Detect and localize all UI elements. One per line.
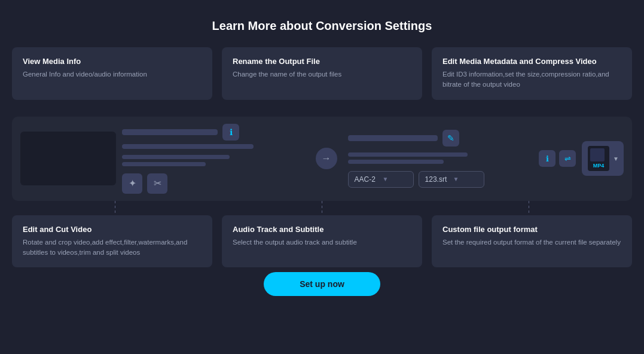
- top-connector-row: [12, 100, 632, 117]
- meta-icons-section: ℹ ⇌: [539, 150, 576, 167]
- card-rename-output-desc: Change the name of the output files: [233, 69, 411, 80]
- bottom-dashed-vert-1: [115, 201, 115, 215]
- card-view-media-info-title: View Media Info: [23, 57, 202, 66]
- bottom-cards-row: Edit and Cut Video Rotate and crop video…: [12, 215, 632, 268]
- star-icon: ✦: [129, 178, 136, 189]
- edit-icon: ✎: [447, 133, 454, 143]
- format-badge[interactable]: MP4 ▼: [582, 141, 624, 176]
- dropdown-row: AAC-2 ▼ 123.srt ▼: [348, 171, 531, 188]
- subtitle-dropdown-value: 123.srt: [425, 175, 450, 184]
- arrow-icon-symbol: →: [322, 153, 331, 164]
- card-audio-track-subtitle-desc: Select the output audio track and subtit…: [233, 237, 411, 248]
- filename-bar: [122, 129, 218, 135]
- meta-icons-row: ℹ ⇌: [539, 150, 576, 167]
- card-view-media-info: View Media Info General Info and video/a…: [12, 47, 212, 100]
- output-info-bar-1: [348, 152, 468, 157]
- bottom-conn-col-1: [12, 201, 219, 215]
- svg-rect-1: [590, 148, 605, 161]
- svg-text:MP4: MP4: [593, 163, 605, 169]
- filename-row: ℹ: [122, 124, 305, 141]
- bottom-dashed-vert-3: [529, 201, 529, 215]
- bottom-conn-col-3: [425, 201, 632, 215]
- card-custom-output-format: Custom file output format Set the requir…: [432, 215, 632, 268]
- audio-dropdown-value: AAC-2: [355, 175, 379, 184]
- format-dropdown-arrow: ▼: [613, 155, 619, 162]
- card-custom-output-format-title: Custom file output format: [442, 225, 621, 234]
- detail-bar-2: [122, 162, 206, 166]
- main-layout: View Media Info General Info and video/a…: [0, 47, 644, 296]
- file-info-section: ℹ ✦ ✂: [122, 124, 305, 194]
- output-info-rows: [348, 152, 531, 164]
- ui-strip: ℹ ✦ ✂ →: [12, 117, 632, 201]
- action-icons: ✦ ✂: [122, 173, 305, 194]
- top-cards-row: View Media Info General Info and video/a…: [12, 47, 632, 100]
- edit-filename-button[interactable]: ✎: [442, 130, 459, 147]
- bottom-dashed-vert-2: [322, 201, 322, 215]
- card-edit-metadata-desc: Edit ID3 information,set the size,compre…: [442, 69, 621, 90]
- output-filename-row: ✎: [348, 130, 531, 147]
- detail-bars: [122, 155, 305, 166]
- subtitle-dropdown-arrow: ▼: [453, 176, 478, 182]
- card-audio-track-subtitle: Audio Track and Subtitle Select the outp…: [222, 215, 422, 268]
- output-section: ✎ AAC-2 ▼ 123.srt ▼: [348, 130, 531, 188]
- bottom-connector-row: [12, 201, 632, 215]
- star-edit-button[interactable]: ✦: [122, 173, 142, 194]
- card-rename-output-title: Rename the Output File: [233, 57, 411, 66]
- detail-bar-1: [122, 155, 230, 159]
- card-audio-track-subtitle-title: Audio Track and Subtitle: [233, 225, 411, 234]
- page-title: Learn More about Conversion Settings: [212, 19, 432, 33]
- format-icon-wrapper: MP4: [587, 145, 611, 172]
- card-view-media-info-desc: General Info and video/audio information: [23, 69, 202, 80]
- info-bar: [122, 144, 254, 149]
- compress-settings-button[interactable]: ⇌: [559, 150, 576, 167]
- card-edit-metadata-title: Edit Media Metadata and Compress Video: [442, 57, 621, 66]
- convert-arrow: →: [316, 148, 337, 169]
- scissors-icon: ✂: [154, 178, 161, 189]
- card-edit-cut-video-title: Edit and Cut Video: [23, 225, 202, 234]
- card-custom-output-format-desc: Set the required output format of the cu…: [442, 237, 621, 248]
- card-edit-cut-video: Edit and Cut Video Rotate and crop video…: [12, 215, 212, 268]
- subtitle-dropdown[interactable]: 123.srt ▼: [419, 171, 484, 188]
- circle-info-icon: ℹ: [546, 154, 549, 163]
- audio-dropdown[interactable]: AAC-2 ▼: [348, 171, 414, 188]
- audio-dropdown-arrow: ▼: [383, 176, 407, 182]
- bottom-conn-col-2: [219, 201, 426, 215]
- setup-button[interactable]: Set up now: [264, 272, 380, 296]
- arrow-section: →: [311, 148, 342, 169]
- media-info-button[interactable]: ℹ: [539, 150, 556, 167]
- video-thumbnail: [20, 132, 116, 185]
- info-icon: ℹ: [230, 127, 233, 137]
- scissors-button[interactable]: ✂: [147, 173, 167, 194]
- output-info-bar-2: [348, 160, 444, 164]
- card-edit-metadata: Edit Media Metadata and Compress Video E…: [432, 47, 632, 100]
- mp4-file-icon: MP4: [587, 145, 611, 172]
- card-rename-output: Rename the Output File Change the name o…: [222, 47, 422, 100]
- card-edit-cut-video-desc: Rotate and crop video,add effect,filter,…: [23, 237, 202, 258]
- info-button[interactable]: ℹ: [222, 124, 239, 141]
- filter-icon: ⇌: [564, 154, 571, 163]
- output-filename-bar: [348, 135, 438, 141]
